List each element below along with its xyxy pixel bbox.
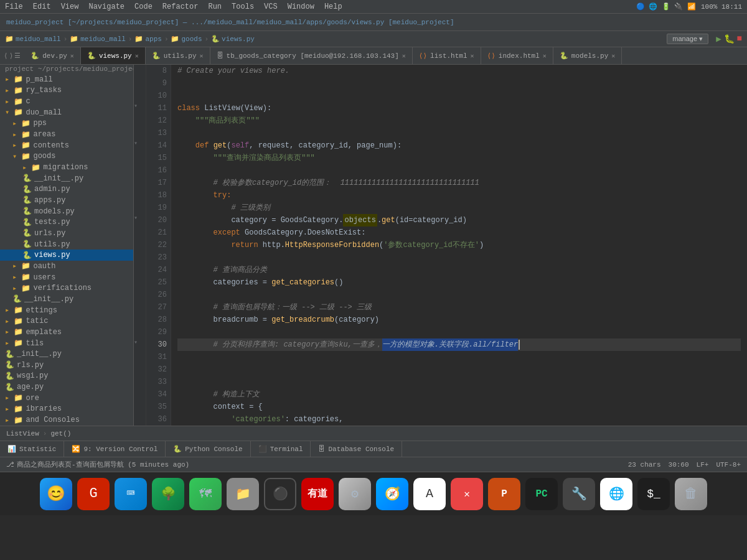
- dock-youdao[interactable]: 有道: [301, 478, 334, 510]
- fold-20[interactable]: ▾: [134, 214, 146, 226]
- dock-chrome[interactable]: 🌐: [600, 478, 632, 510]
- menu-item-navigate[interactable]: Navigate: [88, 2, 125, 11]
- code-scroll-area[interactable]: ▾ ▾ ▾: [134, 65, 747, 426]
- sidebar-item-migrations[interactable]: ▸ 📁 migrations: [0, 162, 133, 173]
- sidebar-item-duomall[interactable]: ▾ 📁 duo_mall: [0, 107, 133, 118]
- bread-views-py[interactable]: 🐍 views.py: [211, 35, 255, 43]
- sidebar-item-verifications[interactable]: ▸ 📁 verifications: [0, 282, 133, 294]
- menu-item-code[interactable]: Code: [134, 2, 153, 11]
- tab-left-btn[interactable]: ⟨: [4, 52, 8, 60]
- sidebar-item-oauth[interactable]: ▸ 📁 oauth: [0, 261, 133, 272]
- menu-item-run[interactable]: Run: [208, 2, 222, 11]
- tab-close-models[interactable]: ✕: [611, 52, 615, 60]
- tab-models-py[interactable]: 🐍 models.py ✕: [553, 47, 622, 64]
- menu-item-help[interactable]: Help: [324, 2, 342, 11]
- tab-list-html[interactable]: ⟨⟩ list.html ✕: [413, 47, 481, 64]
- menu-item-view[interactable]: View: [61, 2, 79, 11]
- bottom-tab-version-control[interactable]: 🔀 9: Version Control: [64, 441, 166, 457]
- dock-xmind[interactable]: ✕: [451, 478, 483, 510]
- fold-11[interactable]: ▾: [134, 102, 146, 114]
- bread-apps[interactable]: 📁 apps: [134, 35, 161, 43]
- sidebar-item-pps[interactable]: ▸ 📁 pps: [0, 118, 133, 129]
- sidebar-item-age[interactable]: 🐍 age.py: [0, 381, 133, 393]
- dock-maps[interactable]: 🗺: [189, 478, 222, 510]
- sidebar-item-emplates[interactable]: ▸ 📁 emplates: [0, 327, 133, 338]
- menu-item-edit[interactable]: Edit: [33, 2, 51, 11]
- sidebar-item-contents[interactable]: ▸ 📁 contents: [0, 140, 133, 151]
- sidebar-item-ore[interactable]: ▸ 📁 ore: [0, 393, 133, 404]
- menu-item-refactor[interactable]: Refactor: [162, 2, 199, 11]
- menu-item-file[interactable]: File: [5, 2, 23, 11]
- dock-pycharm[interactable]: PC: [525, 478, 558, 510]
- sidebar-item-models[interactable]: 🐍 models.py: [0, 206, 133, 217]
- sidebar-item-apps[interactable]: 🐍 apps.py: [0, 195, 133, 206]
- dock-ppt[interactable]: P: [488, 478, 520, 510]
- dock-preferences[interactable]: ⚙: [339, 478, 371, 510]
- editor-bread-listview[interactable]: ListView: [6, 430, 39, 437]
- fold-14[interactable]: ▾: [134, 139, 146, 152]
- dock-trash[interactable]: 🗑: [675, 478, 707, 510]
- sidebar-item-ibraries[interactable]: ▸ 📁 ibraries: [0, 404, 133, 415]
- tab-views-py[interactable]: 🐍 views.py ✕: [81, 47, 146, 64]
- code-content[interactable]: # Create your views here. class ListView…: [171, 65, 747, 426]
- tab-close-utils-py[interactable]: ✕: [200, 52, 204, 60]
- sidebar-item-init3[interactable]: 🐍 _init__.py: [0, 348, 133, 360]
- stop-button[interactable]: ■: [737, 34, 742, 44]
- code-editor[interactable]: ▾ ▾ ▾: [134, 65, 747, 426]
- dock-obs[interactable]: ⚫: [264, 478, 296, 510]
- tab-utils-py[interactable]: 🐍 utils.py ✕: [146, 47, 210, 64]
- dock-terminal-dock[interactable]: $_: [637, 478, 670, 510]
- tab-close-dev-py[interactable]: ✕: [70, 52, 74, 60]
- tab-menu-btn[interactable]: ☰: [14, 52, 21, 60]
- bottom-tab-terminal[interactable]: ⬛ Terminal: [251, 441, 311, 457]
- tab-close-views-py[interactable]: ✕: [135, 52, 139, 60]
- sidebar-item-wsgi[interactable]: 🐍 wsgi.py: [0, 371, 133, 382]
- tab-close-index[interactable]: ✕: [543, 52, 547, 60]
- dock-sourcetree[interactable]: 🌳: [152, 478, 184, 510]
- manage-button[interactable]: manage ▾: [667, 34, 708, 44]
- sidebar-item-admin[interactable]: 🐍 admin.py: [0, 184, 133, 195]
- sidebar-item-tatic[interactable]: ▸ 📁 tatic: [0, 315, 133, 327]
- sidebar-item-tils[interactable]: ▸ 📁 tils: [0, 338, 133, 349]
- tab-index-html[interactable]: ⟨⟩ index.html ✕: [481, 47, 553, 64]
- bottom-tab-python-console[interactable]: 🐍 Python Console: [166, 441, 250, 457]
- dock-gyroflow[interactable]: G: [77, 478, 110, 510]
- run-button[interactable]: ▶: [716, 34, 721, 44]
- dock-font[interactable]: A: [413, 478, 446, 510]
- dock-finder[interactable]: 😊: [40, 478, 72, 510]
- dock-safari[interactable]: 🧭: [376, 478, 408, 510]
- sidebar-item-areas[interactable]: ▸ 📁 areas: [0, 129, 133, 140]
- sidebar-item-tests[interactable]: 🐍 tests.py: [0, 217, 133, 228]
- sidebar-item-init1[interactable]: 🐍 __init__.py: [0, 173, 133, 184]
- sidebar-item-users[interactable]: ▸ 📁 users: [0, 272, 133, 283]
- sidebar-item-views[interactable]: 🐍 views.py: [0, 250, 133, 261]
- menu-item-tools[interactable]: Tools: [232, 2, 254, 11]
- sidebar-item-urls[interactable]: 🐍 urls.py: [0, 228, 133, 239]
- sidebar-item-pmall[interactable]: ▸ 📁 p_mall: [0, 74, 133, 85]
- tab-right-btn[interactable]: ⟩: [9, 52, 14, 60]
- tab-db-goods[interactable]: 🗄 tb_goods_category [meiduo@192.168.103.…: [210, 47, 413, 64]
- tab-close-list[interactable]: ✕: [471, 52, 474, 60]
- sidebar-item-rytasks[interactable]: ▸ 📁 ry_tasks: [0, 85, 133, 96]
- sidebar-item-goods[interactable]: ▾ 📁 goods: [0, 151, 133, 162]
- bottom-tab-database-console[interactable]: 🗄 Database Console: [311, 441, 402, 457]
- tab-close-db[interactable]: ✕: [402, 52, 406, 60]
- debug-button[interactable]: 🐛: [724, 34, 735, 44]
- sidebar-item-rls[interactable]: 🐍 rls.py: [0, 360, 133, 371]
- sidebar-item-utils[interactable]: 🐍 utils.py: [0, 239, 133, 250]
- sidebar-item-ettings[interactable]: ▸ 📁 ettings: [0, 305, 133, 316]
- sidebar-item-and-consoles[interactable]: ▸ 📁 and Consoles: [0, 414, 133, 426]
- bread-meiduo-mall-1[interactable]: 📁 meiduo_mall: [5, 35, 61, 43]
- sidebar-item-c[interactable]: ▸ 📁 c: [0, 96, 133, 107]
- dock-unknown[interactable]: 🔧: [563, 478, 595, 510]
- tab-dev-py[interactable]: 🐍 dev.py ✕: [24, 47, 81, 64]
- menu-item-window[interactable]: Window: [288, 2, 314, 11]
- bread-goods[interactable]: 📁 goods: [171, 35, 202, 43]
- bread-meiduo-mall-2[interactable]: 📁 meiduo_mall: [70, 35, 126, 43]
- bottom-tab-statistic[interactable]: 📊 Statistic: [0, 441, 64, 457]
- dock-xcode[interactable]: ⌨: [115, 478, 147, 510]
- sidebar-item-init2[interactable]: 🐍 __init__.py: [0, 294, 133, 305]
- dock-finder2[interactable]: 📁: [227, 478, 259, 510]
- menu-item-vcs[interactable]: VCS: [264, 2, 278, 11]
- editor-bread-get[interactable]: get(): [50, 430, 71, 437]
